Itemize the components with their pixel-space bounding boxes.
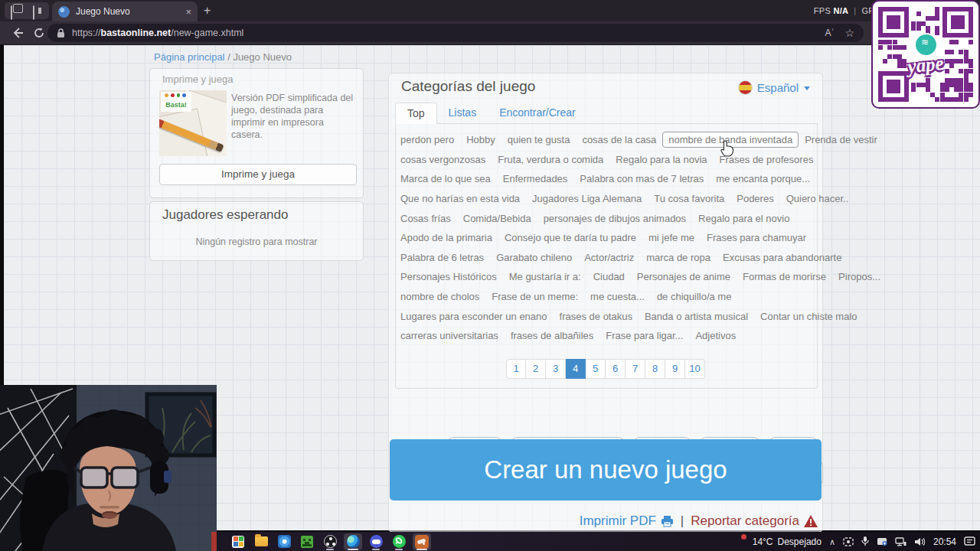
category-link[interactable]: Apodo de la primaria	[400, 232, 492, 243]
speaker-icon[interactable]	[914, 537, 926, 546]
category-link[interactable]: Jugadores Liga Alemana	[532, 193, 642, 204]
category-link[interactable]: Comida/Bebida	[463, 213, 531, 224]
category-link[interactable]: Ciudad	[593, 271, 625, 282]
category-link[interactable]: Tu cosa favorita	[654, 193, 724, 204]
category-link[interactable]: Marca de lo que sea	[400, 173, 491, 184]
workspaces-icon[interactable]	[11, 6, 21, 15]
page-button-10[interactable]: 10	[685, 359, 705, 379]
waiting-players-empty-text: Ningún registro para mostrar	[150, 236, 363, 247]
back-icon[interactable]	[11, 26, 24, 40]
screen-record-icon[interactable]	[843, 537, 854, 546]
minecraft-icon[interactable]	[298, 533, 316, 550]
category-link[interactable]: mi jefe me	[648, 232, 694, 243]
screen: Juego Nuevo × + FPS N/A|GPU 2 https://ba…	[0, 0, 980, 551]
tab-close-icon[interactable]: ×	[185, 6, 191, 18]
category-link[interactable]: Frases para chamuyar	[707, 232, 806, 243]
category-link[interactable]: personajes de dibujos animados	[544, 213, 686, 224]
tab-top[interactable]: Top	[395, 103, 437, 124]
category-link[interactable]: Prenda de vestir	[805, 134, 877, 145]
category-link[interactable]: Formas de morirse	[743, 271, 826, 282]
page-button-3[interactable]: 3	[546, 359, 566, 379]
system-tray: 14°C Despejado ∧ 20:54	[733, 532, 975, 551]
edge-icon[interactable]	[344, 533, 362, 550]
category-link[interactable]: carreras universitarias	[400, 330, 498, 341]
refresh-icon[interactable]	[32, 26, 46, 40]
category-link[interactable]: Regalo para la novia	[616, 154, 707, 165]
breadcrumb-home-link[interactable]: Página principal	[154, 51, 225, 63]
tab-encontrar-crear[interactable]: Encontrar/Crear	[488, 103, 587, 123]
category-link[interactable]: frases de otakus	[560, 311, 632, 322]
create-game-button[interactable]: Crear un nuevo juego	[390, 439, 822, 500]
category-link[interactable]: Me gustaría ir a:	[509, 271, 581, 282]
photos-icon[interactable]	[275, 533, 293, 550]
page-button-6[interactable]: 6	[606, 359, 626, 379]
category-link[interactable]: quien te gusta	[508, 134, 570, 145]
app-grid-icon[interactable]	[229, 533, 247, 550]
weather-condition[interactable]: Despejado	[778, 536, 822, 547]
category-link[interactable]: frases de albañiles	[511, 330, 593, 341]
cast-icon[interactable]	[877, 537, 887, 546]
category-link[interactable]: Cosas frías	[400, 213, 451, 224]
page-button-2[interactable]: 2	[526, 359, 546, 379]
address-bar[interactable]: https://bastaonline.net/new-game.xhtml A…	[47, 24, 864, 42]
language-selector[interactable]: Español	[739, 81, 810, 94]
category-link[interactable]: cosas de la casa	[582, 134, 656, 145]
category-link[interactable]: nombre de cholos	[400, 291, 479, 302]
report-category-link[interactable]: Reportar categoría	[691, 514, 818, 529]
category-link[interactable]: Contar un chiste malo	[760, 311, 857, 322]
print-and-play-button[interactable]: Imprime y juega	[159, 164, 357, 185]
category-link[interactable]: cosas vergonzosas	[400, 154, 485, 165]
page-button-5[interactable]: 5	[586, 359, 606, 379]
weather-temperature[interactable]: 14°C	[753, 536, 773, 547]
page-button-8[interactable]: 8	[645, 359, 665, 379]
network-icon[interactable]	[895, 537, 906, 546]
tray-chevron-icon[interactable]: ∧	[829, 537, 835, 547]
tab-actions-icon[interactable]	[33, 6, 44, 15]
new-tab-button[interactable]: +	[204, 4, 211, 18]
category-link[interactable]: Hobby	[466, 134, 495, 145]
file-explorer-icon[interactable]	[252, 533, 270, 550]
category-link[interactable]: Poderes	[737, 193, 773, 204]
category-link[interactable]: Consejo que te daría tu padre	[505, 232, 636, 243]
discord-icon[interactable]	[367, 533, 385, 550]
page-button-1[interactable]: 1	[506, 359, 526, 379]
category-link[interactable]: Actor/actriz	[584, 252, 634, 263]
category-link[interactable]: me cuesta...	[590, 291, 645, 302]
page-button-4[interactable]: 4	[566, 359, 586, 379]
category-link[interactable]: Piropos...	[838, 271, 880, 282]
category-link[interactable]: Adjetivos	[695, 330, 736, 341]
category-link[interactable]: Banda o artista musical	[645, 311, 748, 322]
category-link[interactable]: marca de ropa	[646, 252, 710, 263]
category-link[interactable]: Excusas para abandonarte	[723, 252, 841, 263]
orange-app-icon[interactable]	[413, 533, 431, 550]
page-button-9[interactable]: 9	[665, 359, 685, 379]
category-link[interactable]: Personajes Históricos	[400, 271, 497, 282]
page-button-7[interactable]: 7	[626, 359, 645, 379]
category-link[interactable]: Palabra de 6 letras	[400, 252, 484, 263]
weather-moon-icon[interactable]	[733, 536, 745, 547]
category-link[interactable]: Quiero hacer..	[786, 193, 849, 204]
tab-listas[interactable]: Listas	[437, 103, 488, 123]
category-link[interactable]: Regalo para el novio	[698, 213, 789, 224]
microphone-icon[interactable]	[861, 536, 869, 546]
read-aloud-icon[interactable]: Aʾ	[825, 28, 834, 38]
category-link[interactable]: Que no harías en esta vida	[400, 193, 520, 204]
category-link[interactable]: me encanta porque...	[716, 173, 810, 184]
category-link[interactable]: Frase de un meme:	[492, 291, 578, 302]
obs-icon[interactable]	[321, 533, 339, 550]
whatsapp-icon[interactable]	[390, 533, 408, 550]
category-link[interactable]: perdon pero	[400, 134, 454, 145]
category-link[interactable]: Personajes de anime	[637, 271, 730, 282]
category-link[interactable]: Enfermedades	[503, 173, 568, 184]
category-link[interactable]: Palabra con mas de 7 letras	[580, 173, 704, 184]
print-pdf-link[interactable]: Imprimir PDF	[580, 514, 674, 529]
favorites-star-icon[interactable]: ☆	[844, 27, 854, 39]
browser-tab[interactable]: Juego Nuevo ×	[52, 2, 198, 21]
category-link[interactable]: Garabato chileno	[496, 252, 572, 263]
category-link[interactable]: Fruta, verdura o comida	[498, 154, 603, 165]
clock[interactable]: 20:54	[933, 536, 956, 547]
category-link[interactable]: Frase para ligar...	[606, 330, 683, 341]
category-link[interactable]: de chiquillo/a me	[657, 291, 732, 302]
notification-center-icon[interactable]	[964, 536, 975, 546]
category-link[interactable]: Lugares para esconder un enano	[400, 311, 547, 322]
